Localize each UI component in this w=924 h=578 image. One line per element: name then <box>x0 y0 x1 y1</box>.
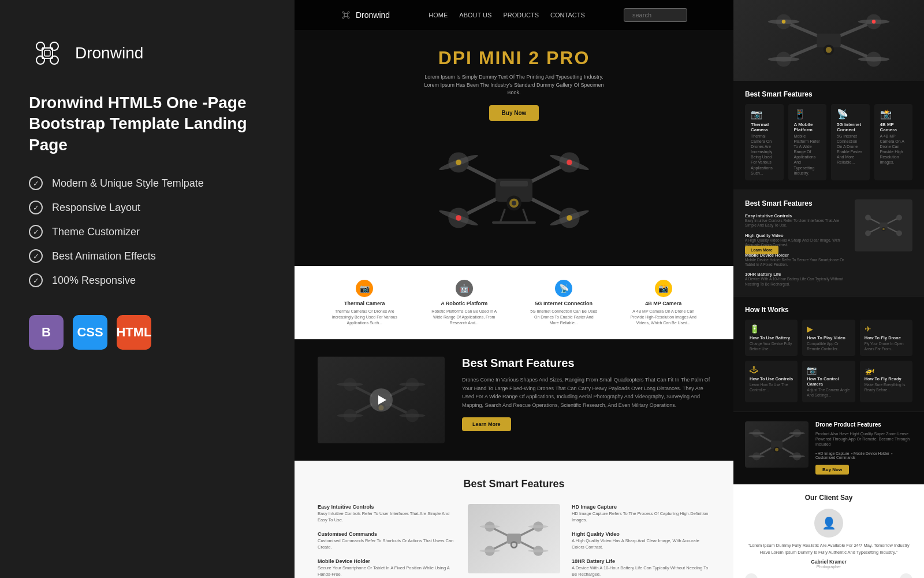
svg-point-82 <box>826 47 832 53</box>
rp-smart-features2: Best Smart Features Easy Intuitive Contr… <box>733 190 924 297</box>
svg-point-1 <box>50 42 58 50</box>
svg-point-62 <box>528 525 549 528</box>
how-it-works: How It Works 🔋 How To Use Battery Charge… <box>733 297 924 412</box>
svg-point-47 <box>400 383 426 386</box>
rp-thermal-icon: 📷 <box>751 109 778 120</box>
svg-point-46 <box>337 383 363 386</box>
svg-point-90 <box>896 214 902 220</box>
bss-title: Best Smart Features <box>318 478 710 490</box>
drone-logo-icon <box>29 35 66 72</box>
website-preview: Dronwind HOME ABOUT US PRODUCTS CONTACTS… <box>295 0 733 578</box>
rp-features-grid: 📷 Thermal Camera Thermal Camera On Drone… <box>745 104 912 180</box>
svg-point-10 <box>348 12 349 13</box>
video-thumbnail[interactable] <box>318 357 445 443</box>
svg-point-105 <box>789 432 805 434</box>
feature-camera: 📸 4B MP Camera A 4B MP Camera On A Drone… <box>629 280 698 325</box>
svg-point-11 <box>342 17 344 18</box>
rp-sf2-item-3: Mobile Device Holder Mobile Device Holde… <box>745 253 848 268</box>
rp-client: Our Client Say 👤 "Lorem Ipsum Dummy Full… <box>733 484 924 578</box>
drone-hero-image <box>422 132 606 248</box>
nav-links[interactable]: HOME ABOUT US PRODUCTS CONTACTS <box>429 12 584 18</box>
prev-arrow[interactable]: ‹ <box>745 573 758 578</box>
svg-point-89 <box>865 214 871 220</box>
svg-point-32 <box>567 160 572 165</box>
rp-mobile-icon: 📱 <box>794 109 821 120</box>
svg-point-64 <box>528 550 549 553</box>
bss-feat-3: Mobile Device Holder Secure Your Smartph… <box>318 558 456 577</box>
svg-point-48 <box>337 414 363 417</box>
rp-sf2-title: Best Smart Features <box>745 199 848 208</box>
svg-point-104 <box>748 432 765 434</box>
hiw-grid: 🔋 How To Use Battery Charge Your Device … <box>745 320 912 402</box>
rp-hero-image <box>733 0 924 81</box>
hiw-fly: ✈ How To Fly Drone Fly Your Drone In Ope… <box>860 320 912 356</box>
buy-now-button[interactable]: Buy Now <box>489 105 539 121</box>
client-name: Gabriel Kramer <box>745 559 912 565</box>
svg-rect-8 <box>44 50 50 56</box>
battery-icon: 🔋 <box>750 324 793 334</box>
svg-point-9 <box>342 12 344 13</box>
svg-point-33 <box>456 215 461 221</box>
bss-features-right: HD Image Capture HD Image Capture Refers… <box>572 504 710 577</box>
feature-item-3: ✓ Theme Customizer <box>29 225 266 239</box>
bss-grid: Easy Intuitive Controls Easy Intuitive C… <box>318 504 710 577</box>
bss-rfeat-2: Hight Quality Video A High Quality Video… <box>572 531 710 550</box>
next-arrow[interactable]: › <box>900 573 912 578</box>
rp-feat-thermal: 📷 Thermal Camera Thermal Camera On Drone… <box>745 104 784 180</box>
svg-point-49 <box>400 414 426 417</box>
nav-bar: Dronwind HOME ABOUT US PRODUCTS CONTACTS <box>295 0 733 30</box>
rp-buy-now-button[interactable]: Buy Now <box>815 465 849 475</box>
fly-ready-icon: 🚁 <box>865 365 908 375</box>
template-title: Dronwind HTML5 One -Page Bootstrap Templ… <box>29 92 266 155</box>
sf-desc: Drones Come In Various Shapes And Sizes,… <box>462 376 710 409</box>
sf-content: Best Smart Features Drones Come In Vario… <box>462 357 710 431</box>
svg-point-67 <box>512 543 516 547</box>
rp-product-image <box>745 421 808 468</box>
rp-client-title: Our Client Say <box>745 494 912 502</box>
rp-feat-5g: 📡 5G Internet Connect 5G Internet Connec… <box>831 104 870 180</box>
5g-icon: 📡 <box>555 280 572 297</box>
client-role: Photographer <box>745 565 912 569</box>
rp-5g-icon: 📡 <box>837 109 864 120</box>
client-avatar: 👤 <box>814 509 843 538</box>
learn-more-button[interactable]: Learn More <box>462 417 511 431</box>
smart-features-section: Best Smart Features Drones Come In Vario… <box>295 339 733 461</box>
check-icon-3: ✓ <box>29 225 43 239</box>
bss-features-left: Easy Intuitive Controls Easy Intuitive C… <box>318 504 456 577</box>
rp-product: Drone Product Features Product Also Have… <box>733 412 924 484</box>
rp-product-desc: Product Also Have Hight Quality Super Zo… <box>815 431 912 447</box>
bss-rfeat-3: 10HR Battery Life A Device With A 10-Hou… <box>572 558 710 577</box>
rp-sf2-item-1: Easy Intuitive Controls Easy Intuitive C… <box>745 213 848 228</box>
css-badge: CSS <box>73 315 107 350</box>
svg-line-35 <box>500 209 505 222</box>
client-testimonial: 👤 "Lorem Ipsum Dummy Fully Realistic Are… <box>745 509 912 569</box>
svg-point-3 <box>50 56 58 64</box>
svg-point-12 <box>348 17 349 18</box>
play-triangle-icon <box>378 395 386 405</box>
svg-point-78 <box>768 57 800 62</box>
nav-search-input[interactable] <box>624 8 687 22</box>
hiw-battery: 🔋 How To Use Battery Charge Your Device … <box>745 320 798 356</box>
bss-rfeat-1: HD Image Capture HD Image Capture Refers… <box>572 504 710 523</box>
rp-camera-icon: 📸 <box>880 109 907 120</box>
rp-sf2-learn-btn[interactable]: Learn More <box>745 246 778 254</box>
svg-point-106 <box>748 455 765 457</box>
check-icon-4: ✓ <box>29 249 43 263</box>
hiw-controls: 🕹 How To Use Controls Learn How To Use T… <box>745 361 798 402</box>
check-icon-1: ✓ <box>29 176 43 190</box>
camera-icon: 📸 <box>655 280 672 297</box>
svg-point-84 <box>872 20 876 24</box>
camera-ctrl-icon: 📷 <box>807 365 850 375</box>
svg-point-95 <box>882 228 885 230</box>
svg-point-30 <box>512 201 516 205</box>
rp-feat-camera: 📸 4B MP Camera A 4B MP Camera On A Drone… <box>874 104 913 180</box>
svg-point-79 <box>858 57 890 62</box>
left-panel: Dronwind Dronwind HTML5 One -Page Bootst… <box>0 0 295 578</box>
rp-feat-mobile: 📱 A Mobile Platform Mobile Platform Refe… <box>788 104 827 180</box>
svg-point-2 <box>36 56 44 64</box>
feature-item-5: ✓ 100% Responsive <box>29 273 266 287</box>
hiw-fly-ready: 🚁 How To Fly Ready Make Sure Everything … <box>860 361 912 402</box>
controls-icon: 🕹 <box>750 365 793 375</box>
bss-feat-2: Customised Commands Customised Commands … <box>318 531 456 550</box>
hero-section: Dronwind HOME ABOUT US PRODUCTS CONTACTS… <box>295 0 733 266</box>
